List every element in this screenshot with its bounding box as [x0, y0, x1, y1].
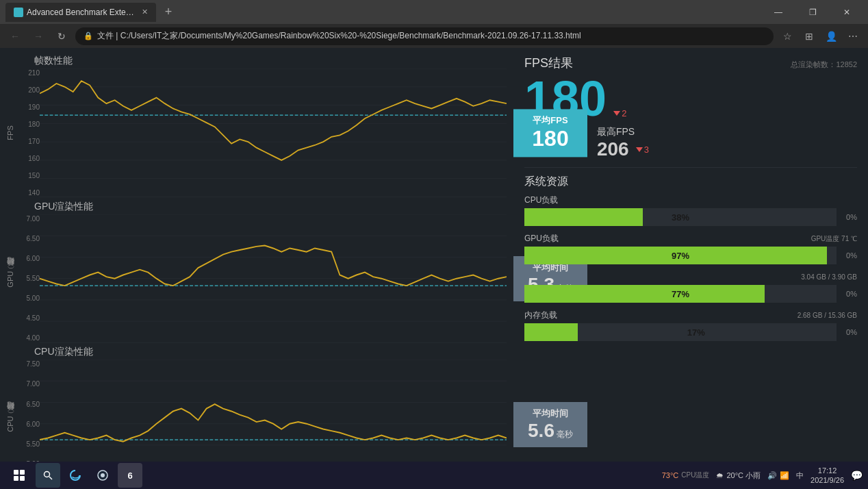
- fps-tick-200: 200: [21, 87, 40, 94]
- gpu-tick-6: 6.00: [21, 255, 40, 262]
- lang-cn: 中: [796, 471, 804, 479]
- cpu-chart-title: CPU渲染性能: [7, 346, 507, 358]
- cpu-tick-750: 7.50: [21, 361, 40, 368]
- gpu-tick-550: 5.50: [21, 275, 40, 282]
- tab-close-button[interactable]: ✕: [142, 8, 148, 16]
- settings-icon[interactable]: ⋯: [843, 27, 863, 46]
- ram-load-item: 内存负载 2.68 GB / 15.36 GB 17% 0%: [524, 310, 857, 341]
- r6-icon: 6: [127, 471, 132, 481]
- gpu-load-extra: GPU温度 71 ℃: [811, 234, 857, 244]
- fps-tick-210: 210: [21, 70, 40, 77]
- gpu-tick-4: 4.00: [21, 335, 40, 342]
- cpu-load-header: CPU负载: [524, 195, 857, 206]
- clock-time: 17:12: [810, 466, 844, 475]
- ram-right-label: 0%: [841, 328, 857, 336]
- vram-right-label: 0%: [841, 290, 857, 298]
- back-button[interactable]: ←: [5, 27, 25, 46]
- fps-max-label: 最高FPS: [597, 126, 649, 138]
- fps-max-change-val: 3: [644, 145, 649, 155]
- gpu-y-ticks: 7.00 6.50 6.00 5.50 5.00 4.50 4.00: [21, 214, 40, 344]
- gpu-load-item: GPU负载 GPU温度 71 ℃ 97% 0%: [524, 233, 857, 264]
- address-bar-row: ← → ↻ 🔒 文件 | C:/Users/IT之家/Documents/My%…: [0, 24, 868, 48]
- gpu-tick-450: 4.50: [21, 315, 40, 322]
- win-logo-sq3: [14, 476, 18, 481]
- favorites-icon[interactable]: ☆: [778, 27, 797, 46]
- new-tab-button[interactable]: +: [159, 3, 178, 22]
- fps-avg-change: 2: [613, 108, 626, 118]
- start-button[interactable]: [5, 462, 33, 489]
- ram-load-extra: 2.68 GB / 15.36 GB: [797, 312, 857, 319]
- taskbar-temp: 73°C CPU温度: [662, 471, 710, 480]
- cpu-right-label: 0%: [841, 213, 857, 221]
- taskbar-r6[interactable]: 6: [118, 463, 142, 488]
- cpu-avg-label: 平均时间: [520, 408, 580, 420]
- temp-label: CPU温度: [681, 471, 709, 480]
- taskbar-sys-area: 73°C CPU温度 🌧 20°C 小雨 🔊 📶 中 17:12 2021/9/…: [662, 466, 863, 486]
- fps-max-change: 3: [636, 145, 649, 155]
- gpu-chart-with-axis: 7.00 6.50 6.00 5.50 5.00 4.50 4.00: [21, 214, 507, 344]
- fps-chart-area: FPS 210 200 190 180 170 160 150 140: [7, 68, 507, 198]
- fps-title: FPS结果: [524, 55, 573, 71]
- refresh-button[interactable]: ↻: [52, 27, 71, 46]
- cpu-tick-7: 7.00: [21, 381, 40, 388]
- address-bar[interactable]: 🔒 文件 | C:/Users/IT之家/Documents/My%20Game…: [75, 27, 774, 45]
- vram-bar-text: 77%: [672, 289, 689, 299]
- vram-bar-fill: [524, 285, 765, 303]
- fps-max-item: 最高FPS 206 3: [597, 126, 649, 160]
- cpu-tick-650: 6.50: [21, 401, 40, 408]
- win-logo-sq4: [20, 476, 25, 481]
- fps-chart-with-axis: 210 200 190 180 170 160 150 140: [21, 68, 507, 198]
- cpu-bar-bg: 38%: [524, 208, 837, 226]
- notification-icon: 💬: [851, 470, 863, 481]
- address-text: 文件 | C:/Users/IT之家/Documents/My%20Games/…: [97, 30, 581, 42]
- cpu-bar-fill: [524, 208, 643, 226]
- fps-chart-title: 帧数性能: [7, 55, 507, 67]
- tab-bar: Advanced Benchmark Extended ✕ + — ❐ ✕: [0, 0, 868, 24]
- fps-max-value: 206: [597, 138, 629, 160]
- ram-bar-bg: 17%: [524, 323, 837, 341]
- gpu-load-header: GPU负载 GPU温度 71 ℃: [524, 233, 857, 244]
- window-minimize-button[interactable]: —: [763, 0, 794, 24]
- gpu-tick-7: 7.00: [21, 216, 40, 223]
- fps-avg-change-val: 2: [622, 108, 626, 118]
- fps-y-axis-label: FPS: [7, 68, 21, 198]
- cpu-tick-6: 6.00: [21, 421, 40, 428]
- profile-icon[interactable]: 👤: [821, 27, 841, 46]
- gpu-bar-wrap: 97% 0%: [524, 247, 857, 264]
- active-tab[interactable]: Advanced Benchmark Extended ✕: [5, 3, 156, 22]
- cpu-bar-wrap: 38% 0%: [524, 208, 857, 226]
- window-restore-button[interactable]: ❐: [797, 0, 828, 24]
- gpu-tick-650: 6.50: [21, 236, 40, 242]
- taskbar-search[interactable]: [36, 463, 60, 488]
- ram-load-label: 内存负载: [524, 310, 557, 321]
- win-logo-sq1: [14, 470, 18, 475]
- window-controls: — ❐ ✕: [763, 0, 863, 24]
- taskbar-weather: 🌧 20°C 小雨: [716, 471, 761, 481]
- win-logo-sq2: [20, 470, 25, 475]
- vram-bar-wrap: 77% 0%: [524, 285, 857, 303]
- svg-point-28: [101, 473, 105, 477]
- svg-point-25: [44, 472, 50, 477]
- fps-max-down-arrow: [636, 147, 643, 152]
- fps-tick-180: 180: [21, 121, 40, 128]
- collections-icon[interactable]: ⊞: [800, 27, 819, 46]
- tab-favicon: [14, 8, 23, 17]
- fps-tick-160: 160: [21, 155, 40, 162]
- toolbar-icons: ☆ ⊞ 👤 ⋯: [778, 27, 863, 46]
- edge-icon: [69, 469, 81, 481]
- gpu-chart-title: GPU渲染性能: [7, 201, 507, 213]
- fps-chart-canvas: 平均FPS 180: [40, 68, 507, 198]
- cpu-avg-unit: 毫秒: [557, 429, 573, 440]
- forward-button[interactable]: →: [29, 27, 48, 46]
- ram-load-header: 内存负载 2.68 GB / 15.36 GB: [524, 310, 857, 321]
- taskbar-steam[interactable]: [90, 463, 115, 488]
- taskbar-edge[interactable]: [63, 463, 88, 488]
- address-lock-icon: 🔒: [84, 32, 93, 40]
- fps-chart-section: 帧数性能 FPS 210 200 190 180 170 160 150 140: [7, 55, 507, 198]
- ram-bar-text: 17%: [687, 327, 705, 338]
- fps-tick-140: 140: [21, 190, 40, 197]
- window-close-button[interactable]: ✕: [831, 0, 863, 24]
- cpu-avg-box: 平均时间 5.6 毫秒: [513, 402, 587, 447]
- taskbar: 6 73°C CPU温度 🌧 20°C 小雨 🔊 📶 中 17:12 2021/…: [0, 462, 868, 489]
- fps-y-ticks: 210 200 190 180 170 160 150 140: [21, 68, 40, 198]
